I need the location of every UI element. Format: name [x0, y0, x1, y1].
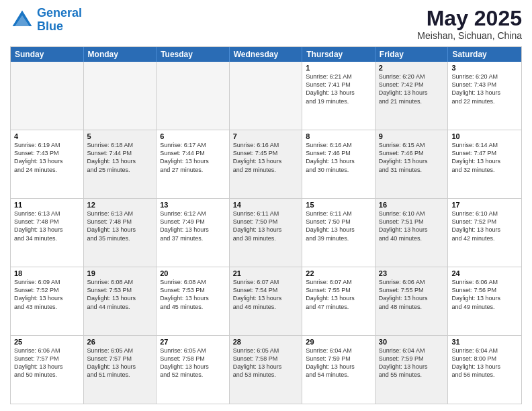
- calendar-body: 1Sunrise: 6:21 AM Sunset: 7:41 PM Daylig…: [11, 62, 521, 404]
- day-number: 31: [451, 338, 518, 346]
- calendar-cell: 17Sunrise: 6:10 AM Sunset: 7:52 PM Dayli…: [448, 199, 521, 267]
- day-number: 3: [451, 64, 518, 72]
- day-info: Sunrise: 6:06 AM Sunset: 7:55 PM Dayligh…: [379, 278, 445, 311]
- day-info: Sunrise: 6:14 AM Sunset: 7:47 PM Dayligh…: [451, 141, 518, 174]
- day-number: 9: [379, 132, 445, 140]
- calendar-cell: 25Sunrise: 6:06 AM Sunset: 7:57 PM Dayli…: [11, 336, 84, 404]
- calendar-cell: 11Sunrise: 6:13 AM Sunset: 7:48 PM Dayli…: [11, 199, 84, 267]
- day-info: Sunrise: 6:18 AM Sunset: 7:44 PM Dayligh…: [87, 141, 153, 174]
- calendar-cell: 20Sunrise: 6:08 AM Sunset: 7:53 PM Dayli…: [157, 267, 230, 335]
- day-info: Sunrise: 6:08 AM Sunset: 7:53 PM Dayligh…: [87, 278, 153, 311]
- logo-text: General Blue: [37, 7, 82, 34]
- day-number: 14: [233, 201, 299, 209]
- day-number: 28: [233, 338, 299, 346]
- calendar-row: 4Sunrise: 6:19 AM Sunset: 7:43 PM Daylig…: [11, 130, 521, 198]
- month-title: May 2025: [417, 7, 522, 30]
- day-number: 24: [451, 269, 518, 277]
- calendar-cell: 28Sunrise: 6:05 AM Sunset: 7:58 PM Dayli…: [230, 336, 303, 404]
- day-info: Sunrise: 6:04 AM Sunset: 8:00 PM Dayligh…: [451, 347, 518, 379]
- calendar-cell: [84, 62, 157, 130]
- calendar-cell: 1Sunrise: 6:21 AM Sunset: 7:41 PM Daylig…: [302, 62, 375, 130]
- calendar-cell: 30Sunrise: 6:04 AM Sunset: 7:59 PM Dayli…: [375, 336, 449, 404]
- day-info: Sunrise: 6:13 AM Sunset: 7:48 PM Dayligh…: [87, 210, 153, 242]
- calendar-cell: 22Sunrise: 6:07 AM Sunset: 7:55 PM Dayli…: [302, 267, 375, 335]
- weekday-header: Saturday: [448, 47, 521, 62]
- day-info: Sunrise: 6:07 AM Sunset: 7:55 PM Dayligh…: [306, 278, 371, 311]
- calendar-row: 18Sunrise: 6:09 AM Sunset: 7:52 PM Dayli…: [11, 267, 521, 335]
- calendar-cell: 31Sunrise: 6:04 AM Sunset: 8:00 PM Dayli…: [448, 336, 521, 404]
- calendar-cell: 8Sunrise: 6:16 AM Sunset: 7:46 PM Daylig…: [302, 130, 375, 198]
- day-info: Sunrise: 6:04 AM Sunset: 7:59 PM Dayligh…: [306, 347, 371, 379]
- day-info: Sunrise: 6:10 AM Sunset: 7:52 PM Dayligh…: [451, 210, 518, 242]
- day-info: Sunrise: 6:05 AM Sunset: 7:58 PM Dayligh…: [160, 347, 226, 379]
- day-number: 1: [306, 64, 371, 72]
- day-number: 19: [87, 269, 153, 277]
- calendar-cell: 16Sunrise: 6:10 AM Sunset: 7:51 PM Dayli…: [375, 199, 449, 267]
- calendar-cell: [157, 62, 230, 130]
- day-info: Sunrise: 6:09 AM Sunset: 7:52 PM Dayligh…: [14, 278, 80, 311]
- calendar-cell: 15Sunrise: 6:11 AM Sunset: 7:50 PM Dayli…: [302, 199, 375, 267]
- day-info: Sunrise: 6:11 AM Sunset: 7:50 PM Dayligh…: [233, 210, 299, 242]
- header: General Blue May 2025 Meishan, Sichuan, …: [10, 7, 522, 41]
- day-number: 22: [306, 269, 371, 277]
- calendar: SundayMondayTuesdayWednesdayThursdayFrid…: [10, 46, 522, 404]
- calendar-cell: 14Sunrise: 6:11 AM Sunset: 7:50 PM Dayli…: [230, 199, 303, 267]
- day-number: 11: [14, 201, 80, 209]
- weekday-header: Thursday: [302, 47, 375, 62]
- day-number: 21: [233, 269, 299, 277]
- day-number: 10: [451, 132, 518, 140]
- title-block: May 2025 Meishan, Sichuan, China: [417, 7, 522, 41]
- calendar-cell: 12Sunrise: 6:13 AM Sunset: 7:48 PM Dayli…: [84, 199, 157, 267]
- calendar-header: SundayMondayTuesdayWednesdayThursdayFrid…: [11, 47, 521, 62]
- calendar-row: 1Sunrise: 6:21 AM Sunset: 7:41 PM Daylig…: [11, 62, 521, 130]
- calendar-cell: 23Sunrise: 6:06 AM Sunset: 7:55 PM Dayli…: [375, 267, 449, 335]
- day-info: Sunrise: 6:05 AM Sunset: 7:58 PM Dayligh…: [233, 347, 299, 379]
- calendar-cell: 19Sunrise: 6:08 AM Sunset: 7:53 PM Dayli…: [84, 267, 157, 335]
- day-info: Sunrise: 6:11 AM Sunset: 7:50 PM Dayligh…: [306, 210, 371, 242]
- logo-line2: Blue: [37, 19, 63, 33]
- day-number: 30: [379, 338, 445, 346]
- day-number: 16: [379, 201, 445, 209]
- day-number: 6: [160, 132, 226, 140]
- weekday-header: Sunday: [11, 47, 84, 62]
- day-number: 7: [233, 132, 299, 140]
- day-info: Sunrise: 6:13 AM Sunset: 7:48 PM Dayligh…: [14, 210, 80, 242]
- calendar-row: 11Sunrise: 6:13 AM Sunset: 7:48 PM Dayli…: [11, 198, 521, 267]
- day-number: 27: [160, 338, 226, 346]
- calendar-cell: 24Sunrise: 6:06 AM Sunset: 7:56 PM Dayli…: [448, 267, 521, 335]
- weekday-header: Friday: [375, 47, 449, 62]
- day-number: 5: [87, 132, 153, 140]
- day-info: Sunrise: 6:05 AM Sunset: 7:57 PM Dayligh…: [87, 347, 153, 379]
- weekday-header: Monday: [84, 47, 157, 62]
- calendar-cell: 13Sunrise: 6:12 AM Sunset: 7:49 PM Dayli…: [157, 199, 230, 267]
- day-info: Sunrise: 6:20 AM Sunset: 7:42 PM Dayligh…: [379, 73, 445, 105]
- logo-icon: [10, 8, 34, 32]
- location-title: Meishan, Sichuan, China: [417, 30, 522, 41]
- day-number: 26: [87, 338, 153, 346]
- day-number: 4: [14, 132, 80, 140]
- day-info: Sunrise: 6:10 AM Sunset: 7:51 PM Dayligh…: [379, 210, 445, 242]
- day-info: Sunrise: 6:19 AM Sunset: 7:43 PM Dayligh…: [14, 141, 80, 174]
- calendar-cell: 6Sunrise: 6:17 AM Sunset: 7:44 PM Daylig…: [157, 130, 230, 198]
- day-info: Sunrise: 6:08 AM Sunset: 7:53 PM Dayligh…: [160, 278, 226, 311]
- day-number: 18: [14, 269, 80, 277]
- day-info: Sunrise: 6:12 AM Sunset: 7:49 PM Dayligh…: [160, 210, 226, 242]
- day-number: 12: [87, 201, 153, 209]
- calendar-cell: 5Sunrise: 6:18 AM Sunset: 7:44 PM Daylig…: [84, 130, 157, 198]
- logo: General Blue: [10, 7, 82, 34]
- day-info: Sunrise: 6:06 AM Sunset: 7:56 PM Dayligh…: [451, 278, 518, 311]
- day-number: 29: [306, 338, 371, 346]
- day-info: Sunrise: 6:07 AM Sunset: 7:54 PM Dayligh…: [233, 278, 299, 311]
- calendar-cell: 2Sunrise: 6:20 AM Sunset: 7:42 PM Daylig…: [375, 62, 449, 130]
- day-info: Sunrise: 6:16 AM Sunset: 7:45 PM Dayligh…: [233, 141, 299, 174]
- day-number: 2: [379, 64, 445, 72]
- day-number: 17: [451, 201, 518, 209]
- day-number: 15: [306, 201, 371, 209]
- day-info: Sunrise: 6:04 AM Sunset: 7:59 PM Dayligh…: [379, 347, 445, 379]
- calendar-cell: 27Sunrise: 6:05 AM Sunset: 7:58 PM Dayli…: [157, 336, 230, 404]
- calendar-cell: 29Sunrise: 6:04 AM Sunset: 7:59 PM Dayli…: [302, 336, 375, 404]
- calendar-row: 25Sunrise: 6:06 AM Sunset: 7:57 PM Dayli…: [11, 335, 521, 404]
- calendar-cell: [11, 62, 84, 130]
- calendar-cell: 4Sunrise: 6:19 AM Sunset: 7:43 PM Daylig…: [11, 130, 84, 198]
- day-info: Sunrise: 6:06 AM Sunset: 7:57 PM Dayligh…: [14, 347, 80, 379]
